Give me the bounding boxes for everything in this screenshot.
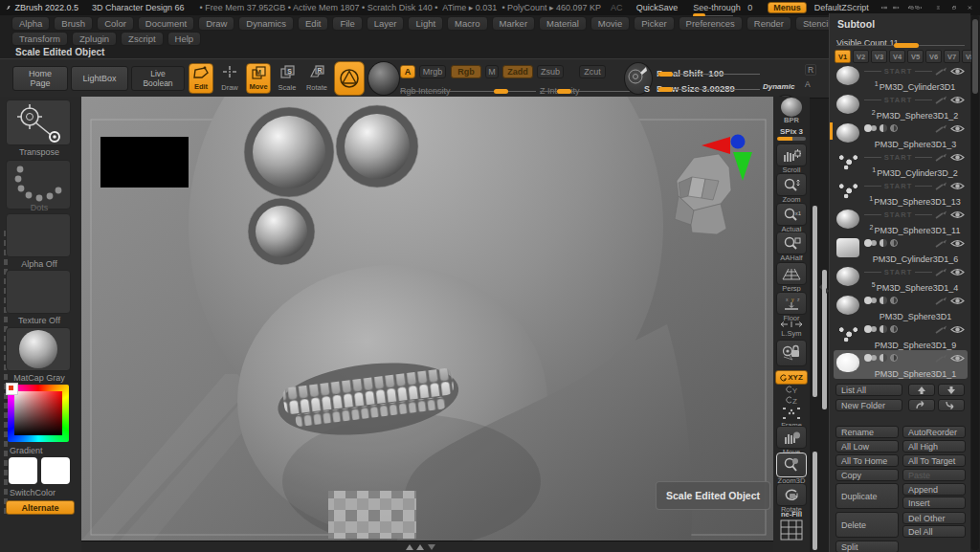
menu-item[interactable]: Color (97, 16, 134, 31)
uv-icon[interactable] (880, 124, 887, 132)
lock-camera-button[interactable] (775, 340, 808, 366)
polypaint-icon[interactable] (864, 297, 872, 304)
a-toggle-2[interactable]: A (805, 79, 811, 89)
menu-item[interactable]: Material (539, 16, 587, 31)
panel-scrollbar[interactable] (971, 15, 979, 550)
subtool-item[interactable]: START PM3D_Cylinder3D1_6 (834, 235, 968, 264)
displacement-icon[interactable] (890, 354, 898, 362)
menu-item[interactable]: Draw (198, 16, 234, 31)
color-picker[interactable] (8, 385, 69, 442)
menu-item[interactable]: Transform (11, 32, 68, 46)
subtool-tab[interactable]: V4 (889, 50, 905, 63)
rename-button[interactable]: Rename (835, 426, 899, 438)
displacement-icon[interactable] (890, 297, 898, 304)
menu-item[interactable]: Document (138, 16, 194, 31)
move-mode-button[interactable]: M Move (246, 63, 271, 94)
visibility-eye-icon[interactable] (950, 96, 965, 104)
window-stack-right-icon[interactable] (915, 2, 923, 13)
paint-brush-icon[interactable] (935, 96, 947, 104)
scroll-button[interactable]: Scroll (775, 144, 808, 174)
focal-shift-slider[interactable]: Focal Shift -100 (657, 63, 760, 77)
subtool-item[interactable]: START 1PM3D_Sphere3D1_13 (834, 178, 968, 207)
rgb-toggle[interactable]: Rgb (451, 65, 481, 78)
home-page-button[interactable]: Home Page (12, 66, 68, 91)
local-symmetry-button[interactable]: L.Sym (775, 320, 808, 338)
menu-item[interactable]: Preferences (679, 16, 743, 31)
move-out-folder-button[interactable] (908, 399, 935, 411)
displacement-icon[interactable] (890, 239, 898, 247)
menu-item[interactable]: Dynamics (238, 16, 294, 31)
r-toggle[interactable]: R (805, 64, 816, 76)
move-up-button[interactable] (908, 384, 935, 396)
menu-item[interactable]: Marker (492, 16, 536, 31)
actual-button[interactable]: x1 Actual (775, 203, 808, 233)
polypaint-icon[interactable] (864, 239, 872, 247)
paint-brush-icon[interactable] (935, 153, 947, 162)
xyz-symmetry-button[interactable]: XYZ (775, 370, 808, 385)
delete-button[interactable]: Delete (835, 512, 899, 538)
subtool-tab[interactable]: V1 (835, 50, 851, 63)
divider-handle-icon[interactable] (405, 543, 437, 551)
transpose-brush-button[interactable] (6, 99, 71, 145)
visibility-eye-icon[interactable] (950, 182, 965, 190)
subtool-tab[interactable]: V2 (853, 50, 869, 63)
del-other-button[interactable]: Del Other (902, 512, 966, 524)
lightbox-button[interactable]: LightBox (71, 66, 128, 91)
sculptris-pro-button[interactable] (334, 61, 365, 96)
subtool-item[interactable]: START PM3D_Sphere3D1_9 (834, 321, 968, 350)
zadd-toggle[interactable]: Zadd (502, 65, 533, 78)
gradient-label[interactable]: Gradient (10, 446, 80, 455)
subtool-item[interactable]: START 2PM3D_Sphere3D1_11 (834, 207, 968, 235)
all-to-target-button[interactable]: All To Target (902, 454, 966, 467)
paint-brush-icon[interactable] (935, 67, 947, 76)
visibility-eye-icon[interactable] (950, 210, 965, 219)
dynamic-label[interactable]: Dynamic (763, 82, 794, 91)
uv-icon[interactable] (880, 354, 887, 362)
canvas-right-scrollbar[interactable] (813, 206, 817, 397)
menu-item[interactable]: Macro (447, 16, 487, 31)
polypaint-icon[interactable] (864, 325, 872, 333)
paint-brush-icon[interactable] (935, 325, 947, 334)
canvas-right-scrollbar-lower[interactable] (813, 452, 817, 550)
append-button[interactable]: Append (902, 483, 966, 496)
all-high-button[interactable]: All High (902, 440, 966, 453)
menus-button[interactable]: Menus (768, 2, 807, 13)
paint-brush-icon[interactable] (935, 268, 947, 276)
subtool-tab[interactable]: V7 (944, 50, 960, 63)
main-color-swatch[interactable] (9, 457, 37, 484)
menu-item[interactable]: Brush (54, 16, 93, 31)
rotate-mode-button[interactable]: R Rotate (303, 63, 330, 94)
aahalf-button[interactable]: AAHalf (775, 232, 808, 262)
see-through-slider[interactable]: See-through 0 (693, 3, 752, 12)
alpha-off-button[interactable] (6, 213, 71, 257)
quicksave-button[interactable]: QuickSave (636, 3, 679, 12)
current-material-button[interactable] (368, 61, 400, 96)
line-fill-button[interactable]: ne-Fill (775, 511, 808, 542)
menu-item[interactable]: Zscript (121, 32, 164, 46)
default-zscript-button[interactable]: DefaultZScript (814, 3, 869, 12)
menu-item[interactable]: Layer (367, 16, 405, 31)
floor-button[interactable]: xyz Floor (775, 292, 808, 322)
autoreorder-button[interactable]: AutoReorder (902, 426, 966, 438)
alternate-button[interactable]: Alternate (6, 500, 75, 515)
texture-off-button[interactable] (6, 270, 71, 314)
visibility-eye-icon[interactable] (950, 239, 965, 248)
paint-brush-icon[interactable] (935, 210, 947, 219)
paint-brush-icon[interactable] (935, 239, 947, 248)
material-a-toggle[interactable]: A (400, 65, 415, 78)
z-symmetry-button[interactable]: Z (775, 396, 808, 406)
subtool-tab[interactable]: V6 (925, 50, 942, 63)
panel-scrollbar-thumb[interactable] (972, 19, 978, 94)
subtool-title[interactable]: Subtool (837, 18, 875, 30)
polypaint-icon[interactable] (864, 354, 872, 362)
draw-mode-button[interactable]: Draw (217, 63, 242, 94)
divider-bars-right-icon[interactable] (890, 3, 900, 12)
matcap-button[interactable] (6, 327, 71, 371)
paint-brush-icon[interactable] (935, 182, 947, 190)
visibility-eye-icon[interactable] (950, 67, 965, 76)
menu-item[interactable]: File (332, 16, 362, 31)
displacement-icon[interactable] (890, 325, 898, 333)
del-all-button[interactable]: Del All (902, 525, 966, 538)
restore-icon[interactable] (952, 3, 957, 12)
visible-count-slider[interactable]: Visible Count 11 (836, 33, 965, 46)
